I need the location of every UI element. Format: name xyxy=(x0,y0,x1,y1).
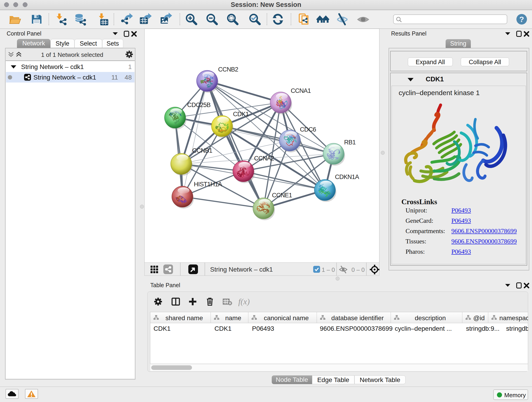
svg-text:CCNB2: CCNB2 xyxy=(218,66,238,73)
svg-text:CCNA1: CCNA1 xyxy=(291,87,311,94)
svg-text:CDC6: CDC6 xyxy=(300,126,316,133)
svg-text:CDKN1A: CDKN1A xyxy=(335,173,359,180)
svg-text:CCNB1: CCNB1 xyxy=(192,147,212,154)
svg-text:HIST1H1A: HIST1H1A xyxy=(194,181,222,188)
svg-text:CCNA2: CCNA2 xyxy=(254,155,274,162)
svg-text:CCNE1: CCNE1 xyxy=(272,192,292,199)
svg-text:CDC25B: CDC25B xyxy=(187,102,210,108)
svg-text:RB1: RB1 xyxy=(344,139,355,146)
svg-text:CDK1: CDK1 xyxy=(233,111,249,118)
